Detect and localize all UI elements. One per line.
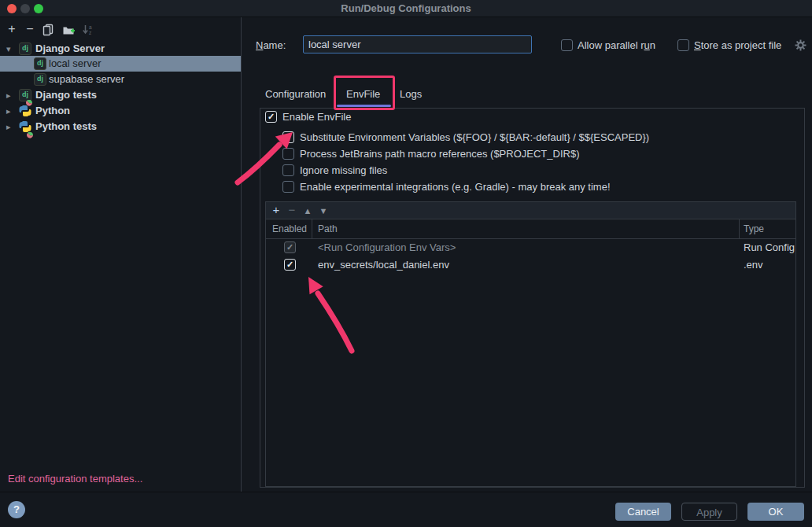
django-icon: dj <box>19 42 31 55</box>
tree-item-local-server[interactable]: dj local server <box>0 56 241 72</box>
svg-text:a: a <box>89 24 92 30</box>
svg-text:z: z <box>89 30 91 35</box>
ok-button[interactable]: OK <box>747 503 804 521</box>
active-tab-indicator <box>337 105 391 107</box>
row-enabled-checkbox[interactable]: ✓ <box>284 259 296 271</box>
tree-item-label: supabase server <box>49 72 124 87</box>
name-label: Name: <box>256 39 286 51</box>
chevron-right-icon[interactable]: ▸ <box>6 87 16 103</box>
add-configuration-icon[interactable]: + <box>5 23 19 37</box>
tab-logs[interactable]: Logs <box>400 85 422 104</box>
tree-item-python-tests[interactable]: ▸ Python tests <box>0 119 241 135</box>
store-as-project-file-checkbox[interactable]: ✓ <box>677 39 689 51</box>
edit-configuration-templates-link[interactable]: Edit configuration templates... <box>8 473 142 485</box>
tree-item-supabase-server[interactable]: dj supabase server <box>0 72 241 87</box>
table-row[interactable]: ✓ env_secrets/local_daniel.env .env <box>266 256 795 274</box>
help-button[interactable]: ? <box>8 501 25 518</box>
python-icon <box>19 105 31 117</box>
tree-item-django-server[interactable]: ▾ dj Django Server <box>0 41 241 57</box>
gear-icon[interactable] <box>795 39 806 53</box>
chevron-right-icon[interactable]: ▸ <box>6 103 16 119</box>
substitute-env-vars-label[interactable]: Substitute Environment Variables (${FOO}… <box>300 131 649 144</box>
process-path-macro-checkbox[interactable]: ✓ <box>282 148 294 160</box>
remove-env-file-icon[interactable]: − <box>286 204 298 216</box>
check-icon: ✓ <box>285 260 295 269</box>
column-header-path[interactable]: Path <box>318 223 338 234</box>
add-env-file-icon[interactable]: + <box>270 204 282 216</box>
tab-configuration[interactable]: Configuration <box>265 85 326 104</box>
column-header-type[interactable]: Type <box>744 223 764 234</box>
tree-item-label: Django tests <box>35 87 97 103</box>
sort-alphabetically-icon[interactable]: az <box>82 24 96 38</box>
python-tests-icon <box>19 120 31 133</box>
remove-configuration-icon[interactable]: − <box>23 23 37 37</box>
tree-item-label: Python <box>35 103 70 119</box>
column-header-enabled[interactable]: Enabled <box>272 223 307 234</box>
chevron-down-icon[interactable]: ▾ <box>6 41 16 57</box>
django-icon: dj <box>34 57 46 70</box>
experimental-integrations-label[interactable]: Enable experimental integrations (e.g. G… <box>300 180 611 193</box>
tree-item-python[interactable]: ▸ Python <box>0 103 241 119</box>
ignore-missing-files-label[interactable]: Ignore missing files <box>300 164 387 177</box>
row-type: Run Config <box>744 241 795 253</box>
store-as-project-file-label[interactable]: Store as project file <box>694 39 781 52</box>
tree-item-label: Python tests <box>35 119 97 135</box>
tab-envfile[interactable]: EnvFile <box>346 85 380 104</box>
django-icon: dj <box>34 73 46 86</box>
cancel-button[interactable]: Cancel <box>615 503 671 521</box>
row-type: .env <box>744 259 763 271</box>
window-title: Run/Debug Configurations <box>0 0 812 17</box>
move-down-icon[interactable]: ▼ <box>317 205 330 217</box>
env-files-table: + − ▲ ▼ Enabled Path Type ✓ <Run Configu… <box>265 201 796 487</box>
tree-item-label: local server <box>49 56 101 72</box>
move-up-icon[interactable]: ▲ <box>301 205 314 217</box>
tests-badge-icon <box>26 96 33 103</box>
tree-item-django-tests[interactable]: ▸ dj Django tests <box>0 87 241 103</box>
chevron-right-icon[interactable]: ▸ <box>6 119 16 135</box>
tree-item-label: Django Server <box>35 41 105 57</box>
new-folder-icon[interactable] <box>62 24 76 38</box>
tests-badge-icon <box>27 128 34 135</box>
row-path: <Run Configuration Env Vars> <box>318 241 456 253</box>
row-path: env_secrets/local_daniel.env <box>318 259 449 271</box>
enable-envfile-label[interactable]: Enable EnvFile <box>282 110 351 123</box>
row-enabled-checkbox: ✓ <box>284 241 296 253</box>
check-icon: ✓ <box>283 132 293 142</box>
column-divider <box>739 219 740 238</box>
apply-button[interactable]: Apply <box>681 503 737 521</box>
check-icon: ✓ <box>285 242 295 252</box>
table-row[interactable]: ✓ <Run Configuration Env Vars> Run Confi… <box>266 239 795 256</box>
ignore-missing-files-checkbox[interactable]: ✓ <box>282 164 294 176</box>
copy-configuration-icon[interactable] <box>42 24 56 38</box>
substitute-env-vars-checkbox[interactable]: ✓ <box>282 131 294 143</box>
experimental-integrations-checkbox[interactable]: ✓ <box>282 181 294 193</box>
enable-envfile-checkbox[interactable]: ✓ <box>265 111 277 123</box>
configurations-sidebar: + − az ▾ dj Django Server dj local serve… <box>0 17 242 492</box>
name-input[interactable] <box>303 35 532 53</box>
check-icon: ✓ <box>266 112 276 121</box>
process-path-macro-label[interactable]: Process JetBrains path macro references … <box>300 147 579 160</box>
column-divider <box>312 219 312 238</box>
table-toolbar: + − ▲ ▼ <box>266 202 795 219</box>
allow-parallel-run-label[interactable]: Allow parallel run <box>578 39 655 52</box>
allow-parallel-run-checkbox[interactable]: ✓ <box>561 39 573 51</box>
